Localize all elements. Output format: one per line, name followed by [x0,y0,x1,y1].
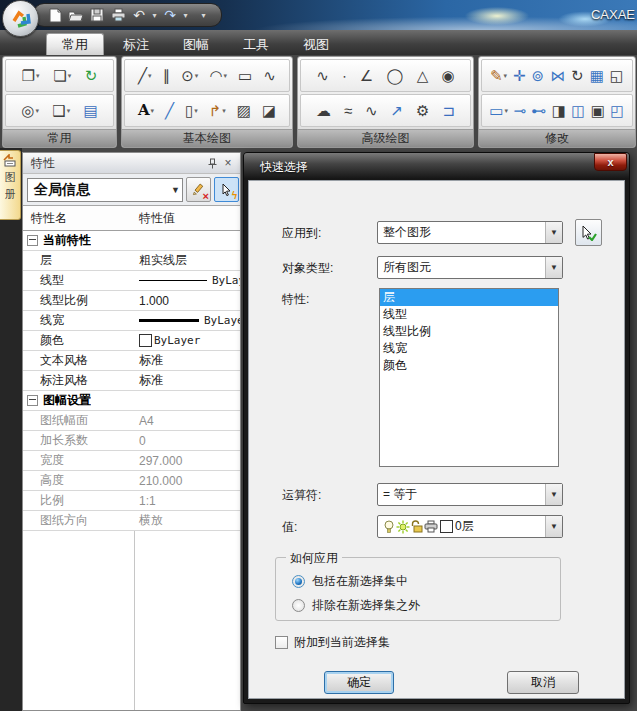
corner-icon[interactable]: ◰ [610,103,624,118]
select-rect-icon[interactable]: ▭▾ [489,103,508,118]
collapse-icon[interactable] [27,395,38,406]
property-row[interactable]: 比例1:1 [23,491,240,511]
extend-icon[interactable]: ⊷ [531,103,546,118]
offset-icon[interactable]: ◨ [552,103,566,118]
circle-icon[interactable]: ⊙▾ [181,68,198,83]
break-line-icon[interactable]: ∿ [365,103,378,118]
redo-icon[interactable]: ↷ [161,6,179,24]
property-row[interactable]: 标注风格标准 [23,371,240,391]
open-file-icon[interactable] [67,6,85,24]
paste-icon[interactable]: ❏▾ [53,68,71,83]
radio-icon[interactable] [292,599,305,612]
dialog-close-button[interactable]: x [594,153,627,171]
property-row[interactable]: 线型比例1.000 [23,291,240,311]
formula-curve-icon[interactable]: ◉ [442,68,455,83]
label-tool-icon[interactable] [3,154,17,167]
rotate-icon[interactable]: ↻ [571,68,584,83]
chevron-down-icon[interactable]: ▼ [545,222,562,243]
pin-icon[interactable] [204,155,220,171]
property-row[interactable]: 线型ByLayer [23,271,240,291]
flyout-icon[interactable]: 册 [5,188,16,201]
slot-icon[interactable]: ▯▾ [185,103,198,118]
property-row[interactable]: 高度210.000 [23,471,240,491]
gear-icon[interactable]: ⚙ [416,103,429,118]
polygon-icon[interactable]: △ [417,68,429,83]
property-row[interactable]: 宽度297.000 [23,451,240,471]
operator-select[interactable]: = 等于 ▼ [377,483,563,506]
append-to-selection-checkbox[interactable]: 附加到当前选择集 [275,634,390,651]
hatch-icon[interactable]: ▨ [237,103,251,118]
tab-changyong[interactable]: 常用 [46,33,104,55]
new-file-icon[interactable] [46,6,64,24]
chevron-down-icon[interactable]: ▼ [545,516,562,537]
chevron-down-icon[interactable]: ▼ [545,484,562,505]
close-icon[interactable]: × [220,155,236,171]
property-row[interactable]: 颜色ByLayer [23,331,240,351]
properties-listbox[interactable]: 层线型线型比例线宽颜色 [379,288,559,467]
property-row[interactable]: 文本风格标准 [23,351,240,371]
list-item[interactable]: 线宽 [380,340,558,357]
axis-icon[interactable]: ∠ [360,68,373,83]
customize-toolbar-icon[interactable]: ▾ [200,11,207,20]
property-row[interactable]: 加长系数0 [23,431,240,451]
value-select[interactable]: 0层 ▼ [377,515,563,538]
list-item[interactable]: 颜色 [380,357,558,374]
list-item[interactable]: 线型比例 [380,323,558,340]
ellipse-icon[interactable]: ◯ [387,68,404,83]
copy-icon[interactable]: ❐▾ [22,68,40,83]
arc-icon[interactable]: ◠▾ [209,68,227,83]
tab-tufu[interactable]: 图幅 [168,34,224,55]
apply-to-select[interactable]: 整个图形 ▼ [377,221,563,244]
rectangle-icon[interactable]: ▭ [238,68,252,83]
scale-icon[interactable]: ◱ [610,68,624,83]
include-radio[interactable]: 包括在新选择集中 [292,573,408,590]
property-row[interactable]: 图纸方向横放 [23,511,240,531]
app-logo[interactable] [2,0,39,37]
redo-dropdown-icon[interactable]: ▾ [182,11,189,20]
print-icon[interactable] [109,6,127,24]
cancel-button[interactable]: 取消 [507,671,579,694]
break-icon[interactable]: ⊸ [513,103,526,118]
chevron-down-icon[interactable]: ▼ [545,257,562,278]
flyout-icon[interactable]: 图 [5,171,16,184]
polyline-icon[interactable]: ∿ [263,68,276,83]
property-row[interactable]: 图纸幅面A4 [23,411,240,431]
stretch-icon[interactable]: ◫ [571,103,585,118]
dialog-title-bar[interactable]: 快速选择 [244,153,629,180]
erase-icon[interactable]: ✎▾ [490,68,507,83]
list-item[interactable]: 层 [380,289,558,306]
line-icon[interactable]: ╱▾ [138,68,152,83]
mirror-icon[interactable]: ⋈ [550,68,565,83]
exclude-radio[interactable]: 排除在新选择集之外 [292,597,420,614]
property-group-row[interactable]: 图幅设置 [23,391,240,411]
radio-icon[interactable] [292,575,305,588]
array-icon[interactable]: ▦ [590,68,604,83]
property-group-row[interactable]: 当前特性 [23,231,240,251]
undo-icon[interactable]: ↶ [130,6,148,24]
ok-button[interactable]: 确定 [324,671,394,694]
parallel-icon[interactable]: ∥ [163,68,171,83]
move-icon[interactable]: ✛ [513,68,526,83]
revision-cloud-icon[interactable]: ☁ [316,103,331,118]
property-row[interactable]: 线宽ByLayer [23,311,240,331]
save-icon[interactable] [88,6,106,24]
spline-icon[interactable]: ∿ [316,68,329,83]
list-item[interactable]: 线型 [380,306,558,323]
tab-biaozhu[interactable]: 标注 [108,34,164,55]
select-objects-button[interactable] [575,219,602,246]
properties-scope-select[interactable]: 全局信息 ▼ [27,178,183,202]
hatch-line-icon[interactable]: ╱ [165,103,174,118]
checkbox-icon[interactable] [275,636,288,649]
label-icon[interactable]: ↱▾ [209,103,226,118]
shaft-icon[interactable]: ⊐ [442,103,455,118]
box-3d-icon[interactable]: ▣ [591,103,605,118]
paste-special-icon[interactable]: ❑▾ [52,103,70,118]
display-settings-icon[interactable]: ▤ [83,103,97,118]
wave-line-icon[interactable]: ≈ [344,103,352,118]
point-icon[interactable]: ∙ [342,68,346,83]
property-row[interactable]: 层粗实线层 [23,251,240,271]
redraw-icon[interactable]: ↻ [85,68,98,83]
object-type-select[interactable]: 所有图元 ▼ [377,256,563,279]
tab-shitu[interactable]: 视图 [288,34,344,55]
copy-entity-icon[interactable]: ⊚ [532,68,545,83]
